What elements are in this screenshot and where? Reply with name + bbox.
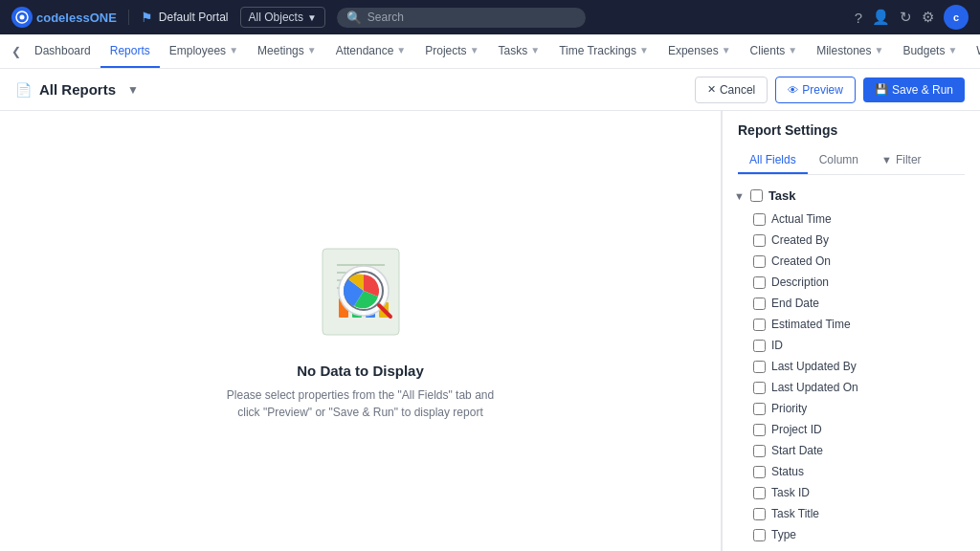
- preview-eye-icon: 👁: [788, 84, 798, 96]
- nav-item-dashboard[interactable]: Dashboard: [25, 34, 100, 68]
- search-icon: 🔍: [346, 11, 362, 25]
- task-group-label: Task: [768, 188, 796, 203]
- field-checkbox-created-on[interactable]: [753, 255, 766, 268]
- attendance-chevron-icon: ▼: [396, 45, 406, 55]
- field-checkbox-description[interactable]: [753, 276, 766, 289]
- field-label-created-on: Created On: [771, 254, 831, 268]
- save-icon: 💾: [875, 83, 888, 96]
- nav-item-tasks[interactable]: Tasks ▼: [489, 34, 550, 68]
- nav-item-reports[interactable]: Reports: [100, 34, 160, 68]
- field-checkbox-start-date[interactable]: [753, 445, 766, 457]
- nav-item-attendance[interactable]: Attendance ▼: [326, 34, 416, 68]
- right-panel: Report Settings All Fields Column ▼ Filt…: [722, 111, 980, 551]
- field-label-end-date: End Date: [771, 297, 819, 310]
- left-panel: No Data to Display Please select propert…: [0, 111, 722, 551]
- field-item-priority: Priority: [723, 398, 980, 419]
- tasks-chevron-icon: ▼: [530, 45, 540, 55]
- search-input[interactable]: [368, 11, 576, 24]
- field-checkbox-task-id[interactable]: [753, 487, 766, 499]
- field-checkbox-priority[interactable]: [753, 403, 766, 415]
- avatar[interactable]: c: [944, 5, 969, 30]
- field-item-id: ID: [723, 335, 980, 356]
- field-checkbox-task-title[interactable]: [753, 508, 766, 520]
- top-bar: codelessONE ⚑ Default Portal All Objects…: [0, 0, 980, 34]
- field-label-id: ID: [771, 339, 783, 352]
- nav-item-meetings[interactable]: Meetings ▼: [248, 34, 326, 68]
- svg-point-1: [20, 15, 25, 20]
- save-run-button[interactable]: 💾 Save & Run: [863, 77, 965, 102]
- nav-item-milestones[interactable]: Milestones ▼: [807, 34, 893, 68]
- milestones-chevron-icon: ▼: [875, 45, 884, 55]
- field-checkbox-id[interactable]: [753, 340, 766, 352]
- field-item-task-title: Task Title: [723, 503, 980, 524]
- field-label-task-id: Task ID: [771, 486, 810, 499]
- nav-item-employees[interactable]: Employees ▼: [160, 34, 248, 68]
- nav-left-chevron[interactable]: ❮: [8, 45, 25, 58]
- cancel-label: Cancel: [720, 83, 755, 97]
- help-icon[interactable]: ?: [855, 10, 862, 26]
- nav-item-time-trackings[interactable]: Time Trackings ▼: [549, 34, 658, 68]
- task-group-checkbox[interactable]: [750, 189, 763, 202]
- report-doc-icon: 📄: [15, 82, 32, 98]
- field-checkbox-created-by[interactable]: [753, 234, 766, 247]
- employees-chevron-icon: ▼: [229, 45, 238, 55]
- nav-item-w[interactable]: W: [967, 34, 980, 68]
- field-checkbox-type[interactable]: [753, 529, 766, 541]
- nav-expenses-label: Expenses: [668, 44, 719, 57]
- field-item-status: Status: [723, 461, 980, 482]
- tab-column-label: Column: [819, 153, 858, 166]
- nav-item-clients[interactable]: Clients ▼: [741, 34, 808, 68]
- field-label-actual-time: Actual Time: [771, 212, 832, 226]
- nav-dashboard-label: Dashboard: [34, 44, 91, 57]
- history-icon[interactable]: ↻: [900, 9, 912, 26]
- field-item-task-id: Task ID: [723, 482, 980, 503]
- portal-icon: ⚑: [141, 10, 153, 25]
- cancel-button[interactable]: ✕ Cancel: [695, 77, 768, 103]
- field-group-task-header: ▼ Task: [723, 183, 980, 209]
- field-checkbox-end-date[interactable]: [753, 298, 766, 310]
- field-checkbox-last-updated-on[interactable]: [753, 382, 766, 394]
- field-label-created-by: Created By: [771, 233, 829, 247]
- toolbar-actions: ✕ Cancel 👁 Preview 💾 Save & Run: [695, 77, 965, 103]
- toolbar-title: All Reports: [39, 81, 116, 98]
- chart-illustration: [299, 241, 423, 351]
- field-checkbox-project-id[interactable]: [753, 424, 766, 436]
- report-settings-tabs: All Fields Column ▼ Filter: [738, 147, 965, 175]
- field-item-created-on: Created On: [723, 251, 980, 272]
- projects-chevron-icon: ▼: [470, 45, 479, 55]
- cancel-x-icon: ✕: [707, 83, 716, 96]
- field-label-last-updated-on: Last Updated On: [771, 381, 858, 394]
- search-bar[interactable]: 🔍: [337, 8, 586, 28]
- tab-column[interactable]: Column: [808, 147, 870, 174]
- field-label-estimated-time: Estimated Time: [771, 318, 851, 331]
- all-objects-button[interactable]: All Objects ▼: [240, 7, 325, 28]
- field-label-priority: Priority: [771, 402, 807, 415]
- nav-item-budgets[interactable]: Budgets ▼: [893, 34, 967, 68]
- toolbar: 📄 All Reports ▼ ✕ Cancel 👁 Preview 💾 Sav…: [0, 69, 980, 111]
- field-checkbox-actual-time[interactable]: [753, 213, 766, 226]
- preview-button[interactable]: 👁 Preview: [775, 77, 856, 103]
- tab-filter[interactable]: ▼ Filter: [870, 147, 933, 174]
- toolbar-dropdown-icon[interactable]: ▼: [127, 83, 139, 97]
- nav-employees-label: Employees: [169, 44, 226, 57]
- tab-all-fields[interactable]: All Fields: [738, 147, 808, 174]
- portal-section: ⚑ Default Portal: [128, 10, 229, 25]
- field-item-description: Description: [723, 272, 980, 293]
- nav-clients-label: Clients: [750, 44, 786, 57]
- nav-bar: ❮ Dashboard Reports Employees ▼ Meetings…: [0, 34, 980, 69]
- field-label-status: Status: [771, 465, 804, 478]
- group-expand-icon[interactable]: ▼: [734, 190, 745, 202]
- nav-item-expenses[interactable]: Expenses ▼: [658, 34, 741, 68]
- field-checkbox-estimated-time[interactable]: [753, 319, 766, 331]
- save-run-label: Save & Run: [892, 83, 953, 97]
- nav-tasks-label: Tasks: [499, 44, 528, 57]
- main-content: No Data to Display Please select propert…: [0, 111, 980, 551]
- nav-item-projects[interactable]: Projects ▼: [415, 34, 488, 68]
- time-trackings-chevron-icon: ▼: [639, 45, 649, 55]
- field-checkbox-last-updated-by[interactable]: [753, 361, 766, 373]
- field-item-last-updated-on: Last Updated On: [723, 377, 980, 398]
- user-icon[interactable]: 👤: [872, 9, 890, 26]
- nav-projects-label: Projects: [425, 44, 466, 57]
- settings-icon[interactable]: ⚙: [922, 9, 934, 26]
- field-checkbox-status[interactable]: [753, 466, 766, 478]
